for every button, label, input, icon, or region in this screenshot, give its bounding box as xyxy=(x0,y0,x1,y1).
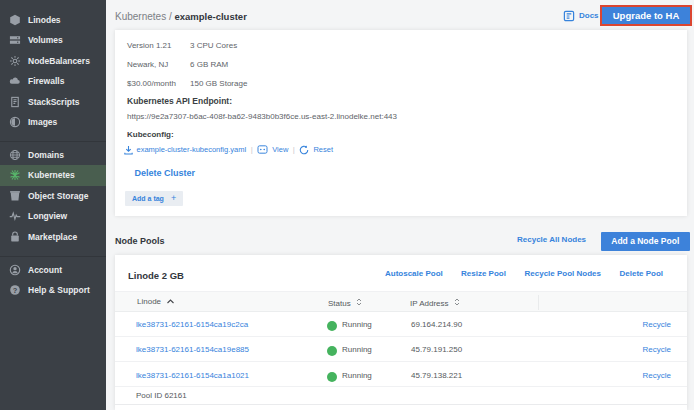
svg-text:?: ? xyxy=(13,286,18,295)
